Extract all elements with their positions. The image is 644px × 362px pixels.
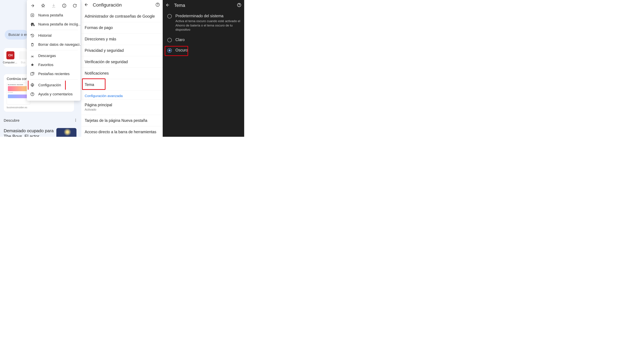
shortcut-label: ComputerH… [3,61,18,64]
back-icon[interactable] [165,3,170,8]
setting-homepage[interactable]: Página principal Activado [81,99,163,115]
shortcut-icon-ch: CH [6,51,14,59]
setting-password-manager[interactable]: Administrador de contraseñas de Google [81,11,163,22]
overflow-menu: Nueva pestaña Nueva pestaña de incóg… Hi… [27,0,80,101]
settings-section-advanced: Configuración avanzada [81,90,163,99]
panel-chrome-home: Buscar o es CH ComputerH… Bus Continúa c… [0,0,81,137]
shortcut-computerhoy[interactable]: CH ComputerH… [5,51,16,64]
setting-addresses[interactable]: Direcciones y más [81,33,163,45]
article-title: Demasiado ocupado para The Boys. El acto… [4,128,54,137]
menu-incognito-tab[interactable]: Nueva pestaña de incóg… [27,20,80,29]
discover-more-icon[interactable] [74,118,78,123]
menu-clear-data[interactable]: Borrar datos de navegaci… [27,40,80,49]
menu-separator [30,79,78,80]
radio-label: Predeterminado del sistema [176,14,241,18]
search-placeholder: Buscar o es [8,32,28,37]
article-image [56,128,76,137]
menu-label: Ayuda y comentarios [38,92,72,96]
reload-icon[interactable] [72,3,78,9]
setting-toolbar-shortcut[interactable]: Acceso directo a la barra de herramienta… [81,126,163,137]
menu-label: Nueva pestaña [38,13,63,17]
search-pill[interactable]: Buscar o es [5,30,28,39]
shortcut-icon-bi [19,51,27,59]
svg-point-2 [75,121,76,122]
setting-label: Notificaciones [85,71,109,75]
discover-article[interactable]: Demasiado ocupado para The Boys. El acto… [4,128,78,137]
setting-sublabel: Activado [85,108,159,111]
setting-ntp-cards[interactable]: Tarjetas de la página Nueva pestaña [81,115,163,126]
discover-heading: Descubre [4,118,20,123]
help-icon[interactable] [237,3,242,8]
menu-label: Pestañas recientes [38,72,70,76]
bookmark-star-icon[interactable] [40,3,46,9]
svg-point-13 [239,6,240,6]
menu-label: Borrar datos de navegaci… [38,42,80,47]
svg-point-1 [75,120,76,120]
setting-privacy[interactable]: Privacidad y seguridad [81,45,163,56]
menu-recent-tabs[interactable]: Pestañas recientes [27,69,80,78]
menu-settings[interactable]: Configuración [27,81,80,90]
menu-downloads[interactable]: Descargas [27,51,80,60]
theme-title: Tema [174,3,233,8]
download-icon[interactable] [51,3,57,9]
setting-label: Tema [85,82,94,87]
shortcut-card: CH ComputerH… Bus [4,48,27,67]
svg-point-4 [64,5,64,5]
menu-icon-row [27,2,80,11]
menu-history[interactable]: Historial [27,31,80,40]
radio-icon [167,38,172,42]
setting-theme[interactable]: Tema [81,79,163,90]
svg-point-0 [75,119,76,119]
settings-title: Configuración [93,2,151,8]
svg-point-11 [158,5,158,6]
theme-option-system[interactable]: Predeterminado del sistema Activa el tem… [163,11,244,35]
setting-safety-check[interactable]: Verificación de seguridad [81,56,163,67]
menu-label: Favoritos [38,63,53,67]
forward-icon[interactable] [30,3,36,9]
shortcut-businessinsider[interactable]: Bus [19,51,27,64]
svg-point-7 [32,85,33,86]
menu-label: Nueva pestaña de incóg… [38,22,80,26]
setting-label: Administrador de contraseñas de Google [85,14,155,18]
theme-option-dark[interactable]: Oscuro [163,45,244,56]
continue-subtitle: businessinsider.es [7,106,71,109]
svg-point-9 [32,95,33,95]
radio-icon-checked [167,48,172,53]
theme-header: Tema [163,0,244,11]
setting-label: Direcciones y más [85,37,116,41]
radio-desc: Activa el tema oscuro cuando esté activa… [176,19,241,32]
theme-option-light[interactable]: Claro [163,35,244,45]
radio-icon [167,14,172,18]
svg-rect-6 [31,73,33,75]
menu-label: Configuración [38,83,61,87]
setting-label: Formas de pago [85,25,113,30]
menu-label: Descargas [38,54,56,58]
setting-label: Página principal [85,103,112,107]
setting-label: Tarjetas de la página Nueva pestaña [85,118,147,123]
setting-label: Acceso directo a la barra de herramienta… [85,130,156,134]
back-icon[interactable] [84,2,89,8]
setting-label: Verificación de seguridad [85,60,128,64]
menu-separator [30,30,78,30]
panel-settings: Configuración Administrador de contraseñ… [81,0,163,137]
settings-header: Configuración [81,0,163,11]
shortcut-label: Bus [21,61,26,64]
setting-notifications[interactable]: Notificaciones [81,67,163,79]
radio-label: Claro [176,37,185,42]
menu-help[interactable]: Ayuda y comentarios [27,90,80,99]
continue-thumbnail: BUSINESS INSIDER En portada [7,83,30,105]
menu-bookmarks[interactable]: Favoritos [27,60,80,69]
info-icon[interactable] [61,3,67,9]
menu-label: Historial [38,33,52,38]
help-icon[interactable] [155,2,160,8]
setting-label: Privacidad y seguridad [85,48,124,53]
setting-payment[interactable]: Formas de pago [81,22,163,33]
menu-new-tab[interactable]: Nueva pestaña [27,11,80,20]
radio-label: Oscuro [176,48,188,52]
panel-theme: Tema Predeterminado del sistema Activa e… [163,0,244,137]
